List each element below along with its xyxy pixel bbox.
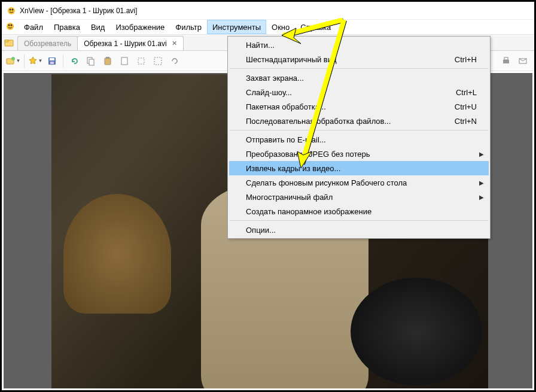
menu-item-11[interactable]: Сделать фоновым рисунком Рабочего стола▶ bbox=[229, 175, 489, 190]
cut-icon bbox=[120, 56, 129, 66]
menu-edit[interactable]: Правка bbox=[48, 20, 86, 34]
svg-rect-15 bbox=[105, 58, 111, 65]
menu-item-label: Сделать фоновым рисунком Рабочего стола bbox=[246, 178, 407, 187]
toolbar-new-folder[interactable]: ▼ bbox=[5, 53, 21, 69]
svg-rect-7 bbox=[5, 40, 8, 42]
menu-item-1[interactable]: Шестнадцатиричный видCtrl+H bbox=[229, 52, 489, 66]
menu-separator bbox=[230, 220, 488, 221]
svg-point-0 bbox=[8, 7, 15, 14]
select-icon bbox=[153, 56, 163, 66]
menu-item-9[interactable]: Преобразование JPEG без потерь▶ bbox=[229, 147, 489, 161]
menu-item-0[interactable]: Найти... bbox=[229, 38, 489, 52]
menu-item-15[interactable]: Опции... bbox=[229, 223, 489, 237]
menu-shortcut: Ctrl+U bbox=[455, 102, 477, 111]
svg-rect-19 bbox=[154, 57, 162, 65]
menu-item-label: Многостраничный файл bbox=[246, 193, 333, 202]
menu-item-12[interactable]: Многостраничный файл▶ bbox=[229, 190, 489, 204]
menu-filter[interactable]: Фильтр bbox=[170, 20, 207, 34]
menu-shortcut: Ctrl+L bbox=[456, 88, 477, 97]
svg-rect-16 bbox=[106, 57, 109, 59]
copy-icon bbox=[86, 56, 96, 66]
toolbar-paste[interactable] bbox=[100, 53, 115, 69]
svg-rect-21 bbox=[504, 57, 508, 60]
save-icon bbox=[47, 56, 57, 66]
menu-item-label: Найти... bbox=[246, 41, 275, 50]
submenu-arrow-icon: ▶ bbox=[479, 180, 484, 186]
menu-item-label: Последовательная обработка файлов... bbox=[246, 117, 391, 126]
tab-browser[interactable]: Обозреватель bbox=[17, 36, 78, 50]
menu-tools[interactable]: Инструменты bbox=[207, 20, 266, 34]
menu-item-8[interactable]: Отправить по E-mail... bbox=[229, 132, 489, 147]
menu-shortcut: Ctrl+H bbox=[455, 55, 477, 64]
toolbar-favorites[interactable]: ▼ bbox=[28, 53, 43, 69]
tab-browser-icon[interactable] bbox=[4, 38, 14, 48]
app-icon bbox=[7, 6, 16, 16]
menu-item-10[interactable]: Извлечь кадры из видео... bbox=[229, 161, 489, 175]
menu-item-4[interactable]: Слайд-шоу...Ctrl+L bbox=[229, 85, 489, 99]
submenu-arrow-icon: ▶ bbox=[479, 194, 484, 200]
menu-view[interactable]: Вид bbox=[86, 20, 111, 34]
tab-active[interactable]: Обрезка 1 - Шурик 01.avi ✕ bbox=[77, 36, 184, 50]
menu-item-label: Захват экрана... bbox=[246, 74, 304, 83]
svg-rect-11 bbox=[50, 58, 54, 60]
window-title: XnView - [Обрезка 1 - Шурик 01.avi] bbox=[20, 7, 137, 15]
title-bar: XnView - [Обрезка 1 - Шурик 01.avi] bbox=[2, 2, 534, 20]
tab-browser-label: Обозреватель bbox=[24, 39, 71, 48]
menu-shortcut: Ctrl+N bbox=[455, 117, 477, 126]
tools-dropdown: Найти...Шестнадцатиричный видCtrl+HЗахва… bbox=[227, 36, 491, 239]
menu-help[interactable]: Справка bbox=[295, 20, 336, 34]
svg-rect-14 bbox=[89, 59, 94, 65]
svg-point-3 bbox=[7, 23, 14, 30]
svg-rect-12 bbox=[50, 62, 54, 64]
menu-item-label: Преобразование JPEG без потерь bbox=[246, 150, 370, 159]
menu-item-label: Создать панорамное изображение bbox=[246, 207, 371, 216]
toolbar-copy[interactable] bbox=[83, 53, 99, 69]
toolbar-save[interactable] bbox=[44, 53, 60, 69]
toolbar-crop[interactable] bbox=[133, 53, 149, 69]
svg-point-2 bbox=[12, 8, 14, 10]
toolbar-mail[interactable] bbox=[515, 53, 531, 69]
menu-item-label: Пакетная обработка... bbox=[246, 102, 326, 111]
menu-separator bbox=[230, 130, 488, 130]
menu-item-label: Опции... bbox=[246, 226, 276, 235]
menubar: Файл Правка Вид Изображение Фильтр Инстр… bbox=[2, 20, 534, 34]
svg-point-4 bbox=[8, 25, 10, 26]
window-menu-icon[interactable] bbox=[5, 22, 15, 31]
tab-close-icon[interactable]: ✕ bbox=[172, 39, 177, 47]
menu-item-label: Шестнадцатиричный вид bbox=[246, 55, 337, 64]
toolbar-separator bbox=[24, 54, 25, 68]
menu-file[interactable]: Файл bbox=[19, 20, 48, 34]
new-folder-icon bbox=[6, 56, 16, 66]
menu-item-label: Отправить по E-mail... bbox=[246, 135, 326, 144]
toolbar-separator bbox=[63, 54, 63, 68]
star-icon bbox=[28, 56, 38, 66]
menu-separator bbox=[230, 68, 488, 69]
rotate-icon bbox=[170, 56, 179, 66]
menu-item-6[interactable]: Последовательная обработка файлов...Ctrl… bbox=[229, 114, 489, 128]
menu-item-13[interactable]: Создать панорамное изображение bbox=[229, 204, 489, 218]
menu-image[interactable]: Изображение bbox=[110, 20, 170, 34]
toolbar-cut[interactable] bbox=[117, 53, 132, 69]
toolbar-rotate[interactable] bbox=[167, 53, 182, 69]
svg-rect-17 bbox=[121, 57, 127, 65]
svg-rect-20 bbox=[503, 60, 509, 63]
toolbar-print[interactable] bbox=[498, 53, 514, 69]
submenu-arrow-icon: ▶ bbox=[479, 151, 484, 157]
svg-point-5 bbox=[11, 25, 13, 26]
menu-item-label: Извлечь кадры из видео... bbox=[246, 164, 340, 173]
undo-icon bbox=[69, 56, 79, 66]
svg-rect-18 bbox=[138, 58, 144, 64]
crop-icon bbox=[136, 56, 146, 66]
tab-active-label: Обрезка 1 - Шурик 01.avi bbox=[84, 39, 167, 48]
menu-item-label: Слайд-шоу... bbox=[246, 88, 292, 97]
print-icon bbox=[501, 56, 511, 66]
toolbar-undo[interactable] bbox=[66, 53, 82, 69]
toolbar-select[interactable] bbox=[150, 53, 166, 69]
svg-point-1 bbox=[10, 8, 11, 10]
paste-icon bbox=[103, 56, 112, 66]
menu-window[interactable]: Окно bbox=[266, 20, 295, 34]
menu-item-3[interactable]: Захват экрана... bbox=[229, 71, 489, 85]
menu-item-5[interactable]: Пакетная обработка...Ctrl+U bbox=[229, 99, 489, 114]
svg-point-9 bbox=[11, 57, 15, 60]
mail-icon bbox=[518, 56, 528, 66]
